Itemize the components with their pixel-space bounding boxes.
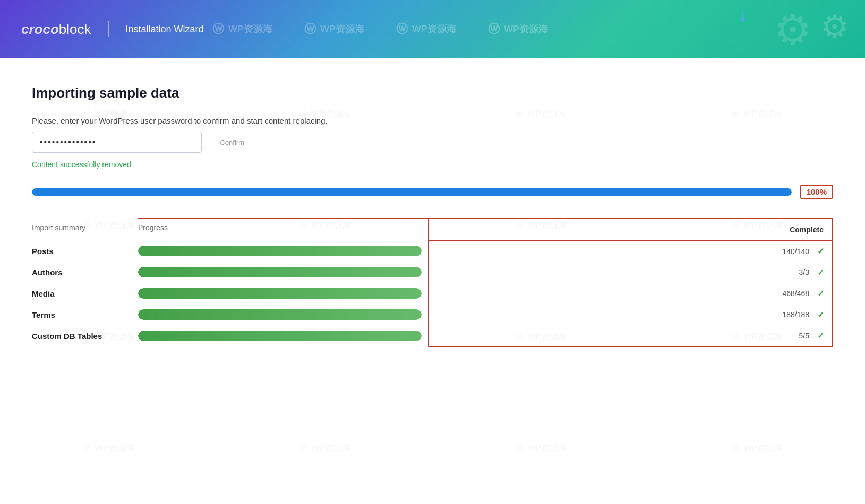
header-wm-4: ⓦ WP资源海	[488, 21, 548, 37]
overall-progress-bar	[32, 188, 792, 196]
row-bar-2	[138, 283, 429, 304]
item-progress-fill-0	[138, 246, 422, 256]
table-row: Terms 188/188 ✓	[32, 304, 833, 325]
logo-croco: crocoblock	[21, 21, 91, 38]
check-icon-1: ✓	[817, 268, 824, 277]
header: crocoblock Installation Wizard ⓦ WP资源海 ⓦ…	[0, 0, 865, 58]
check-icon-4: ✓	[817, 331, 824, 340]
row-check-2: ✓	[813, 283, 833, 304]
overall-progress-fill	[32, 188, 792, 196]
row-label-3: Terms	[32, 304, 138, 325]
row-check-0: ✓	[813, 240, 833, 262]
item-progress-fill-2	[138, 288, 422, 299]
row-count-3: 188/188	[429, 304, 813, 325]
gear-decoration-1: ⚙	[774, 5, 812, 55]
password-field-wrapper: Confirm	[32, 132, 202, 153]
check-icon-3: ✓	[817, 310, 824, 319]
row-count-2: 468/468	[429, 283, 813, 304]
row-bar-1	[138, 262, 429, 283]
item-progress-fill-4	[138, 331, 422, 341]
table-row: Custom DB Tables 5/5 ✓	[32, 325, 833, 346]
check-icon-0: ✓	[817, 247, 824, 256]
header-wm-1: ⓦ WP资源海	[212, 21, 272, 37]
table-row: Posts 140/140 ✓	[32, 240, 833, 262]
overall-progress-container: 100%	[32, 185, 833, 199]
password-label: Please, enter your WordPress user passwo…	[32, 116, 833, 125]
item-progress-bar-3	[138, 309, 422, 320]
password-input[interactable]	[32, 132, 202, 153]
check-icon-2: ✓	[817, 289, 824, 298]
col-summary: Import summary	[32, 219, 138, 240]
wm-cell-16: ⓦWP资源海	[649, 393, 865, 504]
table-row: Authors 3/3 ✓	[32, 262, 833, 283]
row-label-2: Media	[32, 283, 138, 304]
success-message: Content successfully removed	[32, 160, 833, 169]
row-count-0: 140/140	[429, 240, 813, 262]
row-label-1: Authors	[32, 262, 138, 283]
row-bar-3	[138, 304, 429, 325]
page-title: Importing sample data	[32, 85, 833, 101]
table-row: Media 468/468 ✓	[32, 283, 833, 304]
confirm-badge: Confirm	[220, 138, 244, 146]
row-label-4: Custom DB Tables	[32, 325, 138, 346]
row-count-4: 5/5	[429, 325, 813, 346]
header-wm-2: ⓦ WP资源海	[304, 21, 364, 37]
content-inner: Importing sample data Please, enter your…	[32, 85, 833, 347]
item-progress-fill-1	[138, 267, 422, 277]
row-check-1: ✓	[813, 262, 833, 283]
item-progress-fill-3	[138, 309, 422, 320]
wm-cell-13: ⓦWP资源海	[0, 393, 216, 504]
item-progress-bar-4	[138, 331, 422, 341]
wm-cell-15: ⓦWP资源海	[433, 393, 649, 504]
row-count-1: 3/3	[429, 262, 813, 283]
item-progress-bar-2	[138, 288, 422, 299]
main-content: ⓦWP资源海 ⓦWP资源海 ⓦWP资源海 ⓦWP资源海 ⓦWP资源海 ⓦWP资源…	[0, 58, 865, 504]
gear-decoration-2: ⚙	[820, 8, 849, 45]
col-complete: Complete	[429, 219, 833, 240]
row-label-0: Posts	[32, 240, 138, 262]
import-table: Import summary Progress Complete Posts 1…	[32, 218, 833, 347]
arrow-decoration: ↓	[738, 3, 748, 27]
item-progress-bar-1	[138, 267, 422, 277]
logo: crocoblock Installation Wizard	[21, 21, 204, 38]
wm-cell-14: ⓦWP资源海	[216, 393, 432, 504]
header-wm-3: ⓦ WP资源海	[396, 21, 456, 37]
wizard-title: Installation Wizard	[126, 24, 204, 35]
row-check-4: ✓	[813, 325, 833, 346]
item-progress-bar-0	[138, 246, 422, 256]
header-divider	[108, 21, 109, 37]
row-bar-0	[138, 240, 429, 262]
col-progress: Progress	[138, 219, 429, 240]
table-header-row: Import summary Progress Complete	[32, 219, 833, 240]
progress-percent-badge: 100%	[800, 185, 833, 199]
row-check-3: ✓	[813, 304, 833, 325]
row-bar-4	[138, 325, 429, 346]
